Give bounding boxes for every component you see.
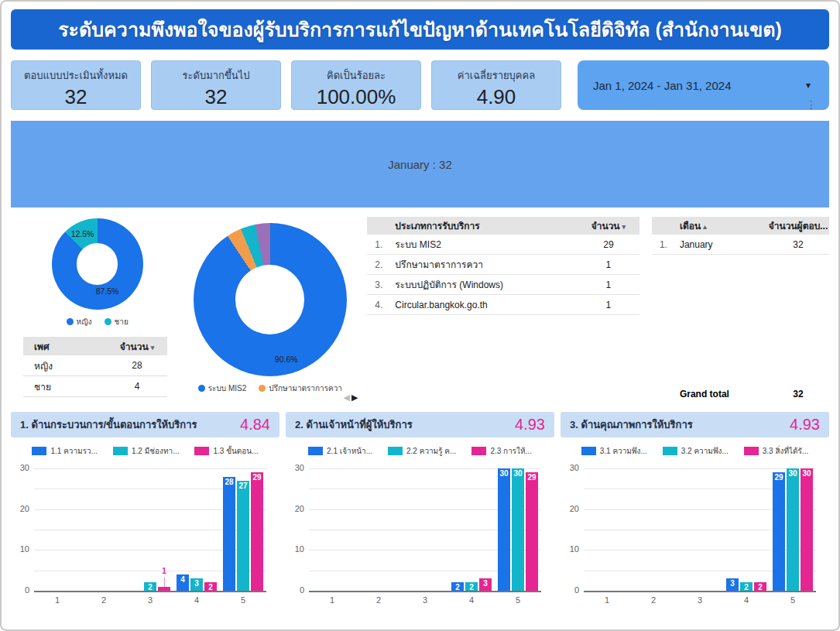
bar-value: 2 <box>465 583 478 592</box>
page-left-icon[interactable]: ◀ <box>343 393 349 402</box>
row-number: 4. <box>367 300 395 310</box>
table-row: 2. ปรึกษามาตราการควา 1 <box>367 255 639 275</box>
x-tick-label: 5 <box>231 595 255 605</box>
kpi-label: ตอบแบบประเมินทั้งหมด <box>12 67 140 84</box>
column-header[interactable]: จำนวนผู้ตอบ... <box>767 218 829 233</box>
more-options-icon[interactable]: ⋮ <box>806 102 817 107</box>
grand-total-label: Grand total <box>680 389 767 400</box>
column-header-sorted[interactable]: จำนวน▾ <box>578 218 639 233</box>
x-tick-label: 1 <box>321 595 344 605</box>
legend-item[interactable]: หญิง <box>67 316 92 328</box>
x-tick-label: 4 <box>735 595 758 605</box>
y-tick-label: 30 <box>561 463 579 472</box>
legend-label: ระบบ MIS2 <box>208 382 247 394</box>
legend-item[interactable]: 2.3 การให้... <box>471 445 532 456</box>
y-tick-label: 20 <box>11 504 29 513</box>
legend-item[interactable]: 3.2 ความพึง... <box>663 445 729 456</box>
legend-item[interactable]: 1.3 ขั้นตอน... <box>194 445 258 456</box>
legend-item[interactable]: 3.1 ความพึง... <box>581 445 647 456</box>
bar[interactable] <box>801 468 813 591</box>
cell-value: 1 <box>578 300 639 310</box>
legend-swatch <box>744 447 759 455</box>
table-row: 3. ระบบปฏิบัติการ (Windows) 1 <box>367 275 639 295</box>
bar-value: 30 <box>498 469 510 478</box>
legend-label: 1.1 ความรว... <box>50 445 98 457</box>
grand-total-value: 32 <box>767 389 829 400</box>
column-header-sorted[interactable]: เดือน▴ <box>680 218 767 233</box>
bar[interactable] <box>787 468 799 591</box>
gender-column: 12.5% 87.5% หญิง ชาย เพศ จำนวน▾ หญิง 28 … <box>11 214 177 404</box>
legend-dot-icon <box>259 385 266 392</box>
sort-desc-icon: ▾ <box>151 344 155 352</box>
legend-label: ชาย <box>115 316 129 328</box>
table-row: หญิง 28 <box>23 355 167 376</box>
bar-value: 30 <box>787 469 799 478</box>
legend-item[interactable]: 2.1 เจ้าหน้า... <box>308 445 372 456</box>
grand-total-row: Grand total 32 <box>652 384 829 404</box>
chevron-down-icon: ▾ <box>806 80 811 91</box>
column-header[interactable]: เพศ <box>23 339 107 354</box>
bar[interactable] <box>526 472 538 591</box>
legend-label: 1.3 ขั้นตอน... <box>213 445 258 457</box>
bar[interactable] <box>158 587 170 591</box>
gender-donut-legend: หญิง ชาย <box>17 316 177 328</box>
legend-item[interactable]: 1.1 ความรว... <box>32 445 98 456</box>
page-right-icon[interactable]: ▶ <box>351 393 358 402</box>
kpi-card-total-responses: ตอบแบบประเมินทั้งหมด 32 <box>11 60 141 110</box>
banner-label: January : 32 <box>388 158 452 171</box>
table-row: 4. Circular.bangkok.go.th 1 <box>367 295 639 315</box>
legend-swatch <box>471 447 486 455</box>
bar-value: 2 <box>451 583 464 592</box>
column-header-sorted[interactable]: จำนวน▾ <box>107 339 167 354</box>
legend-item[interactable]: 3.3 สิ่งที่ได้รั... <box>744 445 809 456</box>
bar[interactable] <box>498 468 510 591</box>
x-tick-label: 4 <box>185 595 208 605</box>
legend-label: 2.1 เจ้าหน้า... <box>327 445 372 457</box>
legend-item[interactable]: 1.2 มีช่องทา... <box>113 445 180 456</box>
gender-donut-chart[interactable] <box>52 218 143 310</box>
legend-label: 3.2 ความพึง... <box>681 445 729 457</box>
legend-item[interactable]: ชาย <box>105 316 129 328</box>
legend-item[interactable]: ระบบ MIS2 <box>198 382 247 394</box>
column-header[interactable]: ประเภทการรับบริการ <box>395 218 578 233</box>
kpi-value: 4.90 <box>432 85 561 109</box>
y-tick-label: 10 <box>561 544 579 554</box>
y-tick-label: 20 <box>286 504 304 513</box>
date-range-control[interactable]: Jan 1, 2024 - Jan 31, 2024 ▾ <box>578 60 829 110</box>
cell-label: January <box>680 239 767 250</box>
bar-value: 1 <box>158 567 170 575</box>
month-table-column: เดือน▴ จำนวนผู้ตอบ... 1. January 32 Gran… <box>652 214 829 404</box>
sort-desc-icon: ▾ <box>622 223 626 231</box>
kpi-card-average: ค่าเฉลี่ยรายบุคคล 4.90 <box>431 60 561 110</box>
service-type-donut-chart[interactable] <box>194 223 347 376</box>
bar[interactable] <box>512 468 524 591</box>
month-banner-cell[interactable]: January : 32 <box>11 121 829 207</box>
legend-item[interactable]: ปรึกษามาตราการควา <box>259 382 342 394</box>
kpi-row: ตอบแบบประเมินทั้งหมด 32 ระดับมากขึ้นไป 3… <box>11 60 829 110</box>
section-header: 1. ด้านกระบวนการ/ขั้นตอนการให้บริการ 4.8… <box>11 412 279 437</box>
bar[interactable] <box>773 472 785 591</box>
table-row: 1. January 32 <box>652 235 829 255</box>
bottom-charts-row: 1. ด้านกระบวนการ/ขั้นตอนการให้บริการ 4.8… <box>11 412 829 616</box>
legend-label: 2.3 การให้... <box>490 445 532 457</box>
bar-value: 30 <box>512 469 524 478</box>
bar[interactable] <box>223 477 235 591</box>
kpi-value: 32 <box>152 85 280 109</box>
y-tick-label: 30 <box>286 463 304 472</box>
table-header: เพศ จำนวน▾ <box>23 337 167 355</box>
section-header: 3. ด้านคุณภาพการให้บริการ 4.93 <box>561 412 829 437</box>
bar-value: 4 <box>177 575 189 584</box>
cell-label: หญิง <box>23 358 107 373</box>
legend-item[interactable]: 2.2 ความรู้ ค... <box>388 445 456 456</box>
service-table: ประเภทการรับบริการ จำนวน▾ 1. ระบบ MIS2 2… <box>367 217 639 315</box>
month-table: เดือน▴ จำนวนผู้ตอบ... 1. January 32 <box>652 217 829 255</box>
bar-value: 27 <box>237 482 249 490</box>
bar[interactable] <box>237 481 249 591</box>
bar[interactable] <box>251 472 263 591</box>
dashboard: ระดับความพึงพอใจของผู้รับบริการการแก้ไขป… <box>0 0 840 631</box>
kpi-value: 32 <box>12 85 140 109</box>
cell-label: ระบบปฏิบัติการ (Windows) <box>395 277 578 292</box>
section-score: 4.84 <box>240 416 270 434</box>
kpi-label: ระดับมากขึ้นไป <box>152 67 280 84</box>
legend-label: 3.1 ความพึง... <box>600 445 647 457</box>
